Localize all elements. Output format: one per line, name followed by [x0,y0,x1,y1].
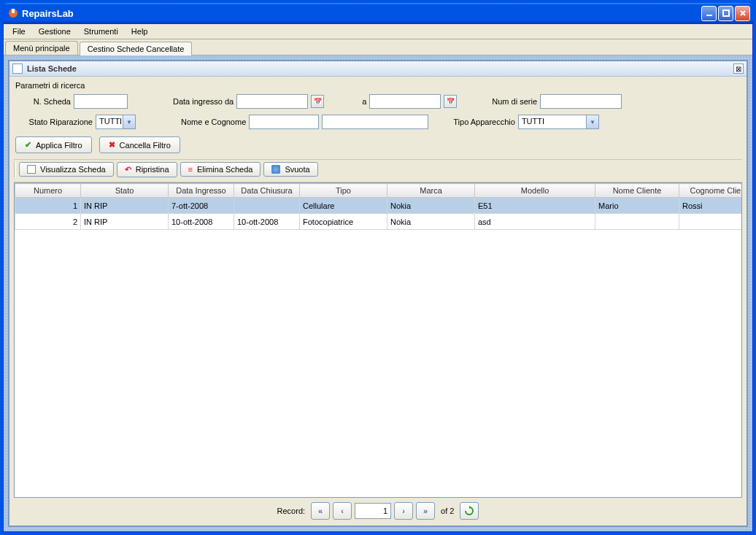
button-label: Visualizza Scheda [40,165,106,174]
app-window: RepairsLab File Gestione Strumenti Help … [0,0,756,535]
table-cell: 2 [15,214,81,230]
table-cell: IN RIP [81,198,169,214]
stato-label: Stato Riparazione [14,118,93,126]
data-a-input[interactable] [369,94,441,109]
minimize-button[interactable] [701,6,717,21]
table-row[interactable]: 2IN RIP10-ott-200810-ott-2008Fotocopiatr… [15,214,743,230]
tipo-app-label: Tipo Apparecchio [453,118,515,126]
table-cell: asd [475,214,595,230]
panel-icon [12,63,23,74]
button-label: Applica Filtro [36,141,82,150]
button-label: Svuota [285,165,309,174]
table-area: Numero Stato Data Ingresso Data Chiusura… [14,182,742,498]
n-scheda-input[interactable] [74,94,128,109]
pager: Record: « ‹ › » of 2 [14,498,742,523]
tab-cestino[interactable]: Cestino Schede Cancellate [80,42,193,55]
col-modello[interactable]: Modello [475,184,595,198]
panel-close-button[interactable]: ⊠ [733,63,744,74]
pager-label: Record: [277,507,306,515]
button-label: Cancella Filtro [120,141,171,150]
table-row[interactable]: 1IN RIP7-ott-2008CellulareNokiaE51MarioR… [15,198,743,214]
chevron-down-icon: ▼ [123,115,136,129]
col-marca[interactable]: Marca [387,184,475,198]
menu-file[interactable]: File [7,26,31,37]
app-icon [7,7,19,19]
tab-label: Menù principale [13,44,70,53]
calendar-a-icon[interactable]: 📅 [444,95,457,108]
prev-record-button[interactable]: ‹ [333,502,352,520]
last-record-button[interactable]: » [416,502,435,520]
num-serie-input[interactable] [540,94,622,109]
button-label: Elimina Scheda [197,165,252,174]
pager-of-label: of 2 [441,507,454,515]
database-icon [271,165,280,174]
col-numero[interactable]: Numero [15,184,81,198]
visualizza-scheda-button[interactable]: Visualizza Scheda [19,162,114,177]
refresh-icon [464,506,474,516]
next-record-button[interactable]: › [394,502,413,520]
calendar-da-icon[interactable]: 📅 [311,95,324,108]
elimina-scheda-button[interactable]: ≡ Elimina Scheda [180,162,261,177]
button-label: Ripristina [136,165,169,174]
col-data-ingresso[interactable]: Data Ingresso [169,184,234,198]
data-da-label: Data ingresso da [173,97,234,106]
tabbar: Menù principale Cestino Schede Cancellat… [4,39,752,55]
table-cell: 10-ott-2008 [234,214,300,230]
menu-help[interactable]: Help [126,26,154,37]
window-title: RepairsLab [22,8,701,19]
sheet-icon [27,165,36,174]
table-cell: E51 [475,198,595,214]
x-icon: ✖ [109,140,115,150]
a-label: a [362,97,366,106]
records-table: Numero Stato Data Ingresso Data Chiusura… [15,183,742,230]
n-scheda-label: N. Scheda [14,97,71,106]
svuota-button[interactable]: Svuota [263,162,317,177]
col-data-chiusura[interactable]: Data Chiusura [234,184,300,198]
undo-icon: ↶ [125,165,131,174]
data-da-input[interactable] [236,94,308,109]
tab-label: Cestino Schede Cancellate [88,45,185,53]
tab-menu-principale[interactable]: Menù principale [5,41,78,55]
stato-select[interactable]: TUTTI ▼ [96,115,136,129]
table-cell: 7-ott-2008 [169,198,234,214]
titlebar: RepairsLab [3,3,753,23]
menu-strumenti[interactable]: Strumenti [78,26,124,37]
first-record-button[interactable]: « [311,502,330,520]
svg-rect-2 [706,15,712,16]
table-cell: Mario [595,198,679,214]
check-icon: ✔ [25,140,31,150]
col-stato[interactable]: Stato [81,184,169,198]
panel-title: Lista Schede [27,64,733,73]
table-cell: Fotocopiatrice [300,214,387,230]
menu-gestione[interactable]: Gestione [33,26,77,37]
table-cell [679,214,743,230]
nome-input[interactable] [249,115,319,129]
cognome-input[interactable] [322,115,428,129]
tipo-app-select[interactable]: TUTTI ▼ [518,115,599,129]
divider [14,161,16,177]
refresh-button[interactable] [460,502,479,520]
nome-label: Nome e Cognome [181,118,246,126]
table-cell: Rossi [679,198,743,214]
table-cell [595,214,679,230]
delete-icon: ≡ [188,165,193,174]
stato-value: TUTTI [96,115,123,129]
table-cell: IN RIP [81,214,169,230]
lista-schede-panel: Lista Schede ⊠ Parametri di ricerca N. S… [8,60,748,527]
applica-filtro-button[interactable]: ✔ Applica Filtro [15,136,92,153]
col-tipo[interactable]: Tipo [300,184,387,198]
tipo-app-value: TUTTI [518,115,587,129]
col-cognome-cliente[interactable]: Cognome Cliente [679,184,743,198]
search-title: Parametri di ricerca [14,80,742,93]
col-nome-cliente[interactable]: Nome Cliente [595,184,679,198]
svg-rect-3 [723,10,729,16]
maximize-button[interactable] [718,6,733,21]
toolbar: Visualizza Scheda ↶ Ripristina ≡ Elimina… [14,159,742,182]
record-number-input[interactable] [355,503,391,519]
num-serie-label: Num di serie [492,97,537,106]
cancella-filtro-button[interactable]: ✖ Cancella Filtro [99,136,180,153]
table-cell [234,198,300,214]
close-button[interactable] [735,6,750,21]
table-cell: 10-ott-2008 [169,214,234,230]
ripristina-button[interactable]: ↶ Ripristina [117,162,177,177]
